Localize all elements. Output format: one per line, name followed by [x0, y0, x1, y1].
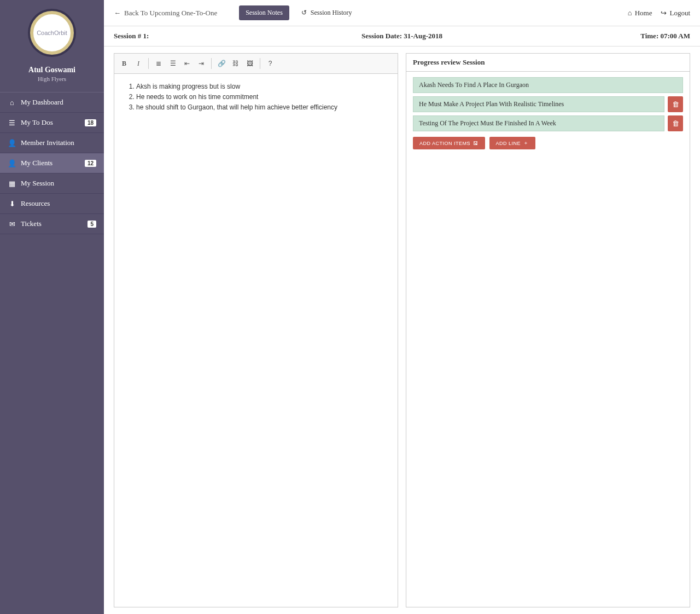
sidebar-item-label: Tickets — [21, 219, 42, 228]
session-date: Session Date: 31-Aug-2018 — [306, 32, 498, 40]
ordered-list-button[interactable]: ≣ — [152, 57, 165, 70]
unlink-button[interactable]: ⛓ — [229, 57, 242, 70]
sidebar-item-session[interactable]: ▦ My Session — [0, 173, 104, 194]
session-time: Time: 07:00 AM — [498, 32, 690, 40]
progress-body: Akash Needs To Find A Place In Gurgaon H… — [406, 72, 690, 155]
sidebar-item-label: My Session — [21, 179, 54, 188]
trash-icon: 🗑 — [672, 119, 679, 128]
trash-icon: 🗑 — [672, 100, 679, 108]
content-row: B I ≣ ☰ ⇤ ⇥ 🔗 ⛓ 🖼 ? Aksh is making — [104, 47, 700, 614]
save-icon: 🖫 — [473, 141, 479, 146]
sidebar-item-invitation[interactable]: 👤 Member Invitation — [0, 133, 104, 153]
delete-action-button[interactable]: 🗑 — [668, 96, 683, 112]
help-button[interactable]: ? — [264, 57, 277, 70]
list-icon: ☰ — [8, 119, 16, 127]
user-icon: 👤 — [8, 159, 16, 167]
sidebar-item-tickets[interactable]: ✉ Tickets 5 — [0, 214, 104, 234]
progress-title: Progress review Session — [406, 54, 690, 72]
button-label: ADD ACTION ITEMS — [419, 141, 470, 146]
home-link[interactable]: ⌂ Home — [628, 9, 652, 18]
tab-label: Session History — [311, 9, 352, 16]
ticket-icon: ✉ — [8, 220, 16, 228]
plus-icon: ＋ — [523, 140, 529, 147]
download-icon: ⬇ — [8, 200, 16, 208]
sidebar-item-label: My Dashboard — [21, 98, 63, 107]
progress-panel: Progress review Session Akash Needs To F… — [406, 53, 690, 607]
sidebar: CoachOrbit Atul Goswami High Flyers ⌂ My… — [0, 0, 104, 614]
unordered-list-button[interactable]: ☰ — [166, 57, 179, 70]
sidebar-item-label: My Clients — [21, 159, 52, 167]
logout-icon: ↪ — [661, 9, 667, 18]
sidebar-item-label: My To Dos — [21, 118, 53, 127]
bold-button[interactable]: B — [118, 57, 131, 70]
sidebar-nav: ⌂ My Dashboard ☰ My To Dos 18 👤 Member I… — [0, 92, 104, 234]
session-number: Session # 1: — [114, 32, 306, 40]
clients-badge: 12 — [85, 160, 96, 167]
sidebar-item-label: Resources — [21, 199, 50, 208]
top-links: ⌂ Home ↪ Logout — [628, 9, 690, 18]
action-item[interactable]: Akash Needs To Find A Place In Gurgaon — [413, 77, 683, 93]
sidebar-item-todos[interactable]: ☰ My To Dos 18 — [0, 113, 104, 133]
tickets-badge: 5 — [88, 221, 96, 228]
toolbar-separator — [260, 58, 260, 69]
editor-body[interactable]: Aksh is making progress but is slow He n… — [114, 74, 398, 271]
action-buttons-row: ADD ACTION ITEMS 🖫 ADD LINE ＋ — [413, 137, 683, 149]
sidebar-item-label: Member Invitation — [21, 138, 74, 147]
user-plus-icon: 👤 — [8, 139, 16, 147]
link-button[interactable]: 🔗 — [215, 57, 228, 70]
outdent-button[interactable]: ⇤ — [180, 57, 194, 70]
arrow-left-icon: ← — [114, 9, 121, 18]
tabs: Session Notes ↺ Session History — [239, 5, 358, 20]
home-icon: ⌂ — [628, 9, 632, 18]
add-action-items-button[interactable]: ADD ACTION ITEMS 🖫 — [413, 137, 485, 149]
tab-session-history[interactable]: ↺ Session History — [295, 5, 359, 20]
toolbar-separator — [148, 58, 149, 69]
note-item: Aksh is making progress but is slow — [136, 82, 387, 92]
user-role: High Flyers — [0, 76, 104, 82]
button-label: ADD LINE — [496, 141, 521, 146]
topbar: ← Back To Upcoming One-To-One Session No… — [104, 0, 700, 26]
logout-link[interactable]: ↪ Logout — [661, 9, 690, 18]
tab-session-notes[interactable]: Session Notes — [239, 5, 289, 20]
sidebar-item-dashboard[interactable]: ⌂ My Dashboard — [0, 92, 104, 113]
action-row: Testing Of The Project Must Be Finished … — [413, 115, 683, 131]
logout-label: Logout — [669, 9, 690, 18]
brand-logo: CoachOrbit — [30, 11, 74, 55]
tab-label: Session Notes — [246, 9, 283, 16]
editor-toolbar: B I ≣ ☰ ⇤ ⇥ 🔗 ⛓ 🖼 ? — [114, 54, 398, 74]
todos-badge: 18 — [85, 119, 96, 126]
note-item: he should shift to Gurgaon, that will he… — [136, 102, 387, 113]
session-header: Session # 1: Session Date: 31-Aug-2018 T… — [104, 26, 700, 47]
notes-panel: B I ≣ ☰ ⇤ ⇥ 🔗 ⛓ 🖼 ? Aksh is making — [114, 53, 398, 607]
home-label: Home — [635, 9, 652, 18]
main-content: ← Back To Upcoming One-To-One Session No… — [104, 0, 700, 614]
notes-list: Aksh is making progress but is slow He n… — [125, 82, 387, 113]
action-item[interactable]: He Must Make A Project Plan With Realist… — [413, 96, 664, 112]
history-icon: ↺ — [301, 9, 307, 16]
note-item: He needs to work on his time commitment — [136, 92, 387, 102]
home-icon: ⌂ — [8, 99, 16, 107]
back-label: Back To Upcoming One-To-One — [124, 9, 217, 18]
calendar-icon: ▦ — [8, 179, 16, 188]
action-row: He Must Make A Project Plan With Realist… — [413, 96, 683, 112]
indent-button[interactable]: ⇥ — [195, 57, 208, 70]
toolbar-separator — [211, 58, 212, 69]
user-info: Atul Goswami High Flyers — [0, 60, 104, 92]
action-item[interactable]: Testing Of The Project Must Be Finished … — [413, 115, 664, 131]
back-link[interactable]: ← Back To Upcoming One-To-One — [114, 9, 217, 18]
logo-wrap: CoachOrbit — [0, 0, 104, 60]
image-button[interactable]: 🖼 — [243, 57, 256, 70]
sidebar-item-clients[interactable]: 👤 My Clients 12 — [0, 153, 104, 173]
delete-action-button[interactable]: 🗑 — [668, 115, 683, 131]
action-row: Akash Needs To Find A Place In Gurgaon — [413, 77, 683, 93]
sidebar-item-resources[interactable]: ⬇ Resources — [0, 194, 104, 214]
user-name: Atul Goswami — [0, 66, 104, 74]
add-line-button[interactable]: ADD LINE ＋ — [489, 137, 535, 149]
italic-button[interactable]: I — [132, 57, 145, 70]
